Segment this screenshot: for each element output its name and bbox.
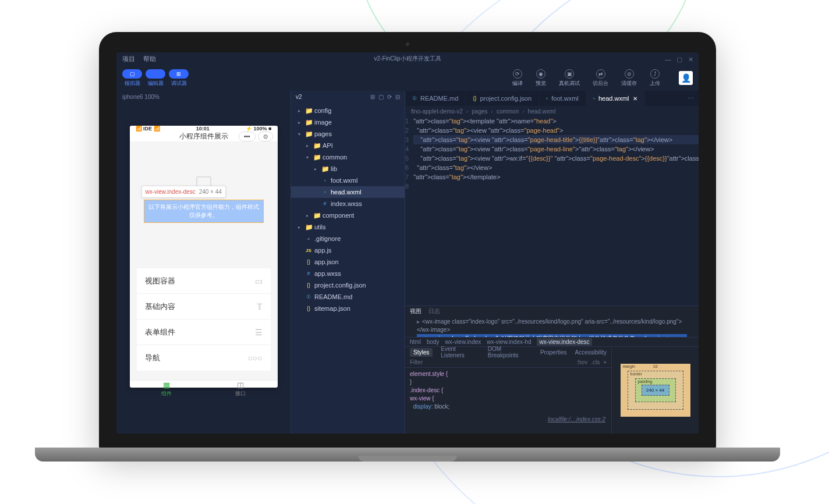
hov-toggle[interactable]: :hov (576, 359, 587, 365)
tree-item[interactable]: #app.wxss (291, 268, 405, 279)
styletab-DOM Breakpoints[interactable]: DOM Breakpoints (488, 346, 532, 359)
status-time: 10:01 (196, 126, 210, 132)
phone-preview: 📶 IDE 📶 10:01 ⚡ 100% ■ 小程序组件展示 ••• ⊙ (130, 126, 278, 388)
tree-item[interactable]: ◦.gitignore (291, 233, 405, 244)
status-right: ⚡ 100% ■ (246, 126, 271, 132)
tree-item[interactable]: ▸📁image (291, 116, 405, 128)
breadcrumb-seg[interactable]: fino-applet-demo-v2 (411, 108, 463, 115)
editor-tab[interactable]: ▫head.wxml✕ (586, 91, 645, 106)
action-清缓存[interactable]: ⊘清缓存 (621, 69, 637, 87)
add-rule-icon[interactable]: + (603, 359, 607, 365)
ide-window: 项目 帮助 v2-FinClip小程序开发工具 — ▢ ✕ ▢模拟器编辑器⊞调试… (116, 52, 699, 434)
mode-调试器[interactable]: ⊞调试器 (169, 69, 189, 87)
close-tab-icon[interactable]: ✕ (633, 95, 637, 102)
titlebar: 项目 帮助 v2-FinClip小程序开发工具 — ▢ ✕ (116, 52, 699, 65)
styletab-Properties[interactable]: Properties (540, 349, 567, 356)
inspect-highlight[interactable]: 以下将展示小程序官方组件能力，组件样式仅供参考。 (144, 200, 264, 223)
laptop-frame: 项目 帮助 v2-FinClip小程序开发工具 — ▢ ✕ ▢模拟器编辑器⊞调试… (99, 32, 716, 451)
dom-crumb-seg[interactable]: wx-view.index-desc (537, 338, 591, 346)
tree-item[interactable]: ▫head.wxml (291, 186, 405, 198)
cls-toggle[interactable]: .cls (591, 359, 600, 365)
menu-project[interactable]: 项目 (122, 55, 135, 63)
camera-icon (406, 42, 409, 46)
page-title: 小程序组件展示 (179, 132, 228, 141)
menu-help[interactable]: 帮助 (143, 55, 156, 63)
refresh-icon[interactable]: ⟳ (387, 94, 392, 100)
tree-item[interactable]: ▸📁utils (291, 221, 405, 233)
file-explorer: v2 ⊞ ▢ ⟳ ⊟ ▸📁config▸📁image▾📁pages▸📁API▾📁… (291, 91, 405, 434)
editor-tab[interactable]: ①README.md (405, 91, 466, 106)
list-item[interactable]: 基础内容𝕋 (137, 294, 271, 320)
inspect-tooltip: wx-view.index-desc 240 × 44 (141, 186, 226, 198)
list-item[interactable]: 导航○○○ (137, 345, 271, 371)
list-item[interactable]: 表单组件☰ (137, 320, 271, 345)
styletab-Accessibility[interactable]: Accessibility (575, 349, 607, 356)
tree-item[interactable]: ▫foot.wxml (291, 175, 405, 186)
avatar[interactable]: 👤 (679, 71, 693, 85)
editor-tab[interactable]: ▫foot.wxml (539, 91, 586, 106)
collapse-icon[interactable]: ⊟ (395, 94, 400, 100)
tree-item[interactable]: ①README.md (291, 291, 405, 303)
toolbar: ▢模拟器编辑器⊞调试器 ⟳编译◉预览▣真机调试⇄切后台⊘清缓存⤴上传 👤 (116, 65, 699, 91)
tree-item[interactable]: {}sitemap.json (291, 303, 405, 314)
dom-breadcrumb[interactable]: htmlbodywx-view.indexwx-view.index-hdwx-… (405, 337, 699, 346)
status-left: 📶 IDE 📶 (136, 126, 160, 132)
capsule-menu[interactable]: ••• (239, 132, 256, 141)
devtab-日志[interactable]: 日志 (428, 307, 440, 315)
tree-item[interactable]: ▸📁API (291, 140, 405, 151)
close-icon[interactable]: ✕ (688, 56, 694, 62)
tree-item[interactable]: ▸📁config (291, 105, 405, 116)
breadcrumb-seg[interactable]: pages (472, 108, 487, 115)
mode-模拟器[interactable]: ▢模拟器 (122, 69, 142, 87)
devtools-panel: 视图日志 ▸<wx-image class="index-logo" src="… (405, 306, 699, 434)
breadcrumb-seg[interactable]: head.wxml (528, 108, 556, 115)
action-真机调试[interactable]: ▣真机调试 (559, 69, 580, 87)
tree-item[interactable]: ▸📁lib (291, 163, 405, 175)
new-file-icon[interactable]: ⊞ (370, 94, 375, 100)
action-切后台[interactable]: ⇄切后台 (593, 69, 608, 87)
tabbar-接口[interactable]: ◫接口 (204, 381, 278, 397)
action-上传[interactable]: ⤴上传 (650, 69, 660, 87)
dom-crumb-seg[interactable]: body (427, 339, 440, 345)
editor-tab[interactable]: {}project.config.json (466, 91, 539, 106)
new-folder-icon[interactable]: ▢ (378, 94, 384, 100)
tree-item[interactable]: {}project.config.json (291, 279, 405, 291)
styletab-Styles[interactable]: Styles (410, 348, 433, 357)
action-编译[interactable]: ⟳编译 (512, 69, 523, 87)
box-model: margin 10 border padding 240 × 44 (611, 347, 699, 434)
dom-crumb-seg[interactable]: wx-view.index-hd (487, 339, 531, 345)
dom-crumb-seg[interactable]: wx-view.index (445, 339, 481, 345)
styles-pane[interactable]: element.style {}.index-desc {</span></di… (405, 368, 611, 434)
action-预览[interactable]: ◉预览 (536, 69, 546, 87)
dom-crumb-seg[interactable]: html (410, 339, 421, 345)
window-title: v2-FinClip小程序开发工具 (374, 55, 441, 63)
tree-item[interactable]: ▸📁component (291, 210, 405, 221)
filter-input[interactable]: Filter (410, 359, 423, 365)
elements-tree[interactable]: ▸<wx-image class="index-logo" src="../re… (405, 317, 699, 337)
breadcrumb-seg[interactable]: common (497, 108, 519, 115)
project-root[interactable]: v2 (296, 94, 302, 100)
tree-item[interactable]: ▾📁pages (291, 128, 405, 140)
styletab-Event Listeners[interactable]: Event Listeners (441, 346, 480, 359)
code-editor[interactable]: 12345678 "attr">class="tag"><template "a… (405, 116, 699, 306)
list-item[interactable]: 视图容器▭ (137, 268, 271, 294)
devtab-视图[interactable]: 视图 (410, 307, 421, 315)
mode-编辑器[interactable]: 编辑器 (146, 69, 165, 87)
tree-item[interactable]: JSapp.js (291, 244, 405, 256)
tree-item[interactable]: ▾📁common (291, 151, 405, 163)
device-label[interactable]: iphone6 100% (116, 91, 290, 102)
tabs-overflow-icon[interactable]: ⋯ (683, 91, 699, 106)
tree-item[interactable]: {}app.json (291, 256, 405, 268)
tree-item[interactable]: #index.wxss (291, 198, 405, 210)
editor-panel: ①README.md{}project.config.json▫foot.wxm… (405, 91, 699, 434)
capsule-close[interactable]: ⊙ (258, 132, 273, 141)
simulator-panel: iphone6 100% 📶 IDE 📶 10:01 ⚡ 100% ■ 小程序组… (116, 91, 291, 434)
maximize-icon[interactable]: ▢ (676, 56, 682, 62)
tabbar-组件[interactable]: ▦组件 (130, 381, 204, 397)
minimize-icon[interactable]: — (665, 56, 671, 62)
